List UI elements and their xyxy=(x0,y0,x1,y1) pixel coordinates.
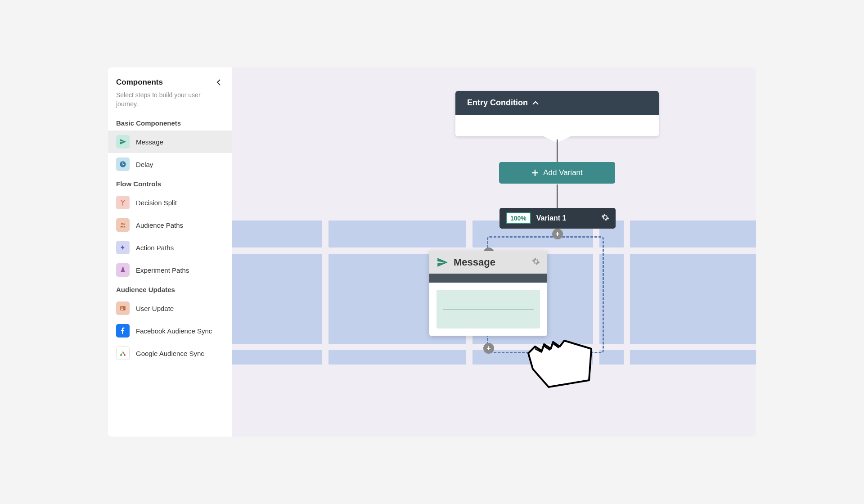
svg-point-1 xyxy=(121,223,123,225)
message-card-bar xyxy=(429,274,547,283)
sidebar-description: Select steps to build your user journey. xyxy=(108,91,232,115)
google-icon xyxy=(116,346,130,360)
gear-icon xyxy=(601,213,609,221)
svg-point-6 xyxy=(124,354,126,356)
message-settings-button[interactable] xyxy=(532,257,540,267)
clock-icon xyxy=(116,158,130,171)
component-label: Google Audience Sync xyxy=(136,350,204,357)
variant-settings-button[interactable] xyxy=(601,213,609,223)
message-card-body xyxy=(429,283,547,336)
sidebar-title: Components xyxy=(116,78,163,87)
component-label: Facebook Audience Sync xyxy=(136,327,212,335)
fb-icon xyxy=(116,324,130,338)
bolt-icon xyxy=(116,241,130,254)
component-item-user-update[interactable]: User Update xyxy=(108,297,232,320)
connector-line xyxy=(557,140,558,162)
component-label: Decision Split xyxy=(136,199,177,207)
component-item-google-audience-sync[interactable]: Google Audience Sync xyxy=(108,342,232,364)
users-icon xyxy=(116,218,130,232)
add-variant-label: Add Variant xyxy=(543,168,583,177)
component-label: User Update xyxy=(136,305,174,312)
component-item-experiment-paths[interactable]: Experiment Paths xyxy=(108,259,232,281)
component-label: Experiment Paths xyxy=(136,266,189,274)
plus-icon xyxy=(531,169,539,176)
add-step-button[interactable]: + xyxy=(483,343,494,354)
entry-condition-node[interactable]: Entry Condition xyxy=(455,91,659,136)
sidebar-header: Components xyxy=(108,77,232,91)
split-icon xyxy=(116,196,130,209)
variant-percent-badge: 100% xyxy=(506,212,531,224)
svg-point-5 xyxy=(120,354,122,356)
component-item-facebook-audience-sync[interactable]: Facebook Audience Sync xyxy=(108,320,232,342)
svg-point-2 xyxy=(123,224,125,225)
svg-rect-3 xyxy=(120,306,126,310)
id-icon xyxy=(116,302,130,315)
section-label: Basic Componenets xyxy=(108,115,232,130)
component-label: Audience Paths xyxy=(136,221,183,229)
entry-condition-body xyxy=(455,115,659,136)
connector-line xyxy=(557,184,558,208)
section-label: Flow Controls xyxy=(108,176,232,191)
component-item-action-paths[interactable]: Action Paths xyxy=(108,236,232,259)
chevron-up-icon xyxy=(532,101,539,105)
app-frame: Components Select steps to build your us… xyxy=(108,68,756,436)
journey-canvas[interactable]: Entry Condition Add Variant 100% Variant… xyxy=(232,68,756,436)
collapse-sidebar-button[interactable] xyxy=(214,77,224,87)
section-label: Audience Updates xyxy=(108,281,232,297)
message-card-title: Message xyxy=(454,256,526,268)
message-drag-card[interactable]: Message xyxy=(429,251,547,336)
entry-condition-label: Entry Condition xyxy=(467,98,528,108)
chevron-left-icon xyxy=(216,79,221,86)
variant-node[interactable]: 100% Variant 1 xyxy=(500,208,616,229)
message-card-header: Message xyxy=(429,251,547,274)
component-label: Delay xyxy=(136,161,153,168)
message-preview xyxy=(436,290,540,328)
component-item-message[interactable]: Message xyxy=(108,130,232,153)
svg-point-4 xyxy=(122,307,123,309)
paper-plane-icon xyxy=(116,135,130,148)
component-item-decision-split[interactable]: Decision Split xyxy=(108,191,232,214)
gear-icon xyxy=(532,257,540,266)
component-label: Action Paths xyxy=(136,244,174,252)
component-item-audience-paths[interactable]: Audience Paths xyxy=(108,214,232,236)
entry-condition-header[interactable]: Entry Condition xyxy=(455,91,659,115)
add-variant-button[interactable]: Add Variant xyxy=(499,162,615,184)
components-sidebar: Components Select steps to build your us… xyxy=(108,68,232,436)
component-item-delay[interactable]: Delay xyxy=(108,153,232,176)
add-step-button[interactable]: + xyxy=(552,229,563,239)
flask-icon xyxy=(116,263,130,277)
variant-name: Variant 1 xyxy=(536,214,596,222)
paper-plane-icon xyxy=(436,256,448,268)
component-label: Message xyxy=(136,138,163,146)
